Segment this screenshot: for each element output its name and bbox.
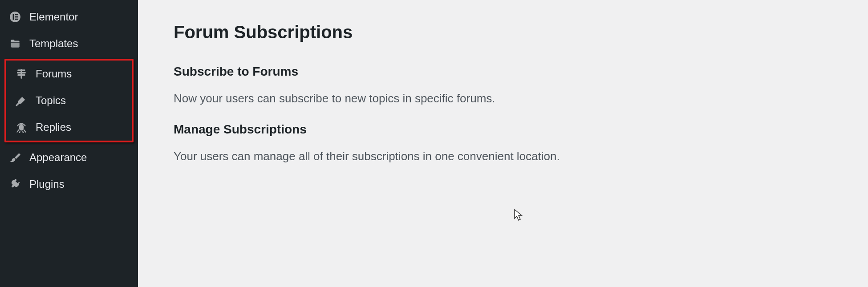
section-heading-manage: Manage Subscriptions <box>174 122 832 137</box>
sidebar-item-elementor[interactable]: Elementor <box>0 4 138 30</box>
svg-rect-3 <box>15 16 18 18</box>
folder-icon <box>9 37 21 50</box>
sidebar-item-forums[interactable]: Forums <box>6 61 132 87</box>
svg-rect-2 <box>15 14 18 16</box>
sidebar-item-label: Appearance <box>29 151 87 164</box>
sidebar-item-topics[interactable]: Topics <box>6 87 132 114</box>
page-title: Forum Subscriptions <box>174 22 832 42</box>
sidebar-item-label: Topics <box>36 94 66 107</box>
sidebar-item-appearance[interactable]: Appearance <box>0 144 138 171</box>
sidebar-item-templates[interactable]: Templates <box>0 30 138 57</box>
svg-rect-8 <box>20 69 22 79</box>
section-heading-subscribe: Subscribe to Forums <box>174 65 832 79</box>
elementor-icon <box>9 11 21 23</box>
sidebar-item-label: Plugins <box>29 178 65 190</box>
main-content: Forum Subscriptions Subscribe to Forums … <box>138 0 868 287</box>
section-text-subscribe: Now your users can subscribe to new topi… <box>174 90 832 106</box>
sidebar-item-label: Elementor <box>29 11 78 23</box>
forums-icon <box>15 68 28 80</box>
sidebar-item-plugins[interactable]: Plugins <box>0 171 138 198</box>
replies-icon <box>15 121 28 133</box>
svg-rect-4 <box>15 19 18 20</box>
sidebar-highlight-box: Forums Topics Replies <box>4 59 134 142</box>
plug-icon <box>9 178 21 190</box>
svg-rect-1 <box>13 14 14 20</box>
topics-icon <box>15 94 28 107</box>
sidebar-item-label: Replies <box>36 121 71 133</box>
brush-icon <box>9 151 21 164</box>
sidebar-item-label: Forums <box>36 68 72 80</box>
admin-sidebar: Elementor Templates Forums Topics Replie… <box>0 0 138 287</box>
sidebar-item-replies[interactable]: Replies <box>6 114 132 141</box>
section-text-manage: Your users can manage all of their subsc… <box>174 148 832 164</box>
sidebar-item-label: Templates <box>29 37 78 50</box>
svg-point-9 <box>19 124 24 130</box>
